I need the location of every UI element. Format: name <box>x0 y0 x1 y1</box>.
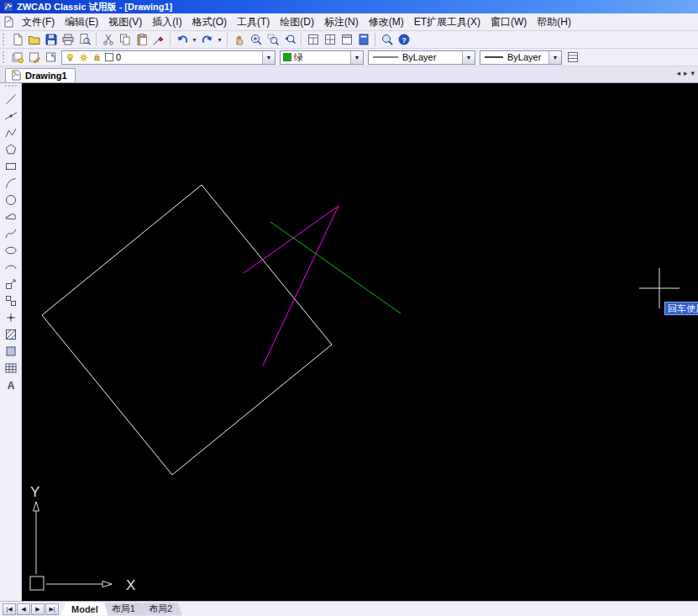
tab-scroll-right-icon[interactable]: ▸ <box>684 69 688 77</box>
linetype-combo-arrow[interactable]: ▼ <box>462 51 475 64</box>
table-button[interactable] <box>2 360 20 376</box>
hatch-button[interactable] <box>2 326 20 343</box>
prev-tab-button[interactable]: ◀ <box>17 603 30 615</box>
mtext-button[interactable]: A <box>2 376 20 393</box>
view-manager-button[interactable] <box>305 32 321 47</box>
zoom-magnifier-button[interactable] <box>379 32 395 47</box>
revision-cloud-button[interactable] <box>2 208 20 225</box>
ellipse-button[interactable] <box>2 242 20 259</box>
undo-button[interactable] <box>174 32 190 47</box>
quick-select-button[interactable] <box>564 50 580 65</box>
tab-menu-icon[interactable]: ▾ <box>690 69 695 77</box>
circle-button[interactable] <box>2 192 20 208</box>
insert-block-button[interactable] <box>2 276 20 292</box>
match-properties-icon <box>152 33 165 46</box>
layer-properties-button[interactable] <box>9 50 25 65</box>
circle-icon <box>4 193 18 207</box>
viewports-button[interactable] <box>322 32 338 47</box>
toolbar-separator <box>96 33 97 46</box>
properties-palette-button[interactable] <box>355 32 371 47</box>
undo-dropdown[interactable]: ▾ <box>191 36 198 44</box>
paste-button[interactable] <box>134 32 150 47</box>
make-block-button[interactable] <box>2 292 20 309</box>
spline-button[interactable] <box>2 225 20 242</box>
layer-previous-button[interactable] <box>43 50 59 65</box>
copy-button[interactable] <box>117 32 133 47</box>
polygon-icon <box>4 143 18 156</box>
drawing-canvas[interactable]: Y X 回车使用 <box>22 83 698 601</box>
menu-edit[interactable]: 编辑(E) <box>60 13 103 31</box>
layer-color-swatch[interactable] <box>105 53 113 61</box>
linetype-combo[interactable]: ByLayer ▼ <box>368 50 475 65</box>
cut-icon <box>102 33 115 46</box>
line-button[interactable] <box>2 91 20 108</box>
menu-et-tools[interactable]: ET扩展工具(X) <box>409 13 485 31</box>
sheet-view-icon <box>340 33 354 46</box>
redo-dropdown[interactable]: ▾ <box>216 36 223 44</box>
linetype-combo-value: ByLayer <box>369 52 462 62</box>
toolbar-grip[interactable] <box>5 85 17 88</box>
toolbar-separator <box>375 33 375 46</box>
lineweight-combo[interactable]: ByLayer ▼ <box>480 50 562 65</box>
menu-format[interactable]: 格式(O) <box>187 13 232 31</box>
print-preview-button[interactable] <box>76 32 92 47</box>
match-properties-button[interactable] <box>150 32 166 47</box>
arc-button[interactable] <box>2 175 20 192</box>
layer-combo-arrow[interactable]: ▼ <box>262 51 275 64</box>
color-combo-value: 绿 <box>281 51 350 64</box>
layer-states-button[interactable] <box>26 50 42 65</box>
layout-tabs: Model布局1布局2 <box>65 603 179 616</box>
menu-tools[interactable]: 工具(T) <box>232 13 275 31</box>
layout-tab-model[interactable]: Model <box>61 603 108 616</box>
zoom-window-icon <box>266 33 280 46</box>
menu-window[interactable]: 窗口(W) <box>485 13 532 31</box>
zoom-realtime-button[interactable] <box>248 32 264 47</box>
document-tab-drawing1[interactable]: Drawing1 <box>5 68 76 82</box>
help-button[interactable]: ? <box>396 32 412 47</box>
polygon-button[interactable] <box>2 141 20 158</box>
menu-draw[interactable]: 绘图(D) <box>275 13 319 31</box>
cut-button[interactable] <box>100 32 116 47</box>
menu-insert[interactable]: 插入(I) <box>147 13 186 31</box>
mtext-icon: A <box>4 378 18 392</box>
next-tab-button[interactable]: ▶ <box>31 603 45 615</box>
layer-combo[interactable]: 0 ▼ <box>61 50 276 65</box>
rectangle-button[interactable] <box>2 158 20 175</box>
layout-tab-layout1[interactable]: 布局1 <box>102 603 145 616</box>
last-tab-button[interactable]: ▶| <box>45 603 59 615</box>
layer-freeze-sun-icon[interactable] <box>78 52 89 63</box>
toolbar-grip[interactable] <box>3 51 6 63</box>
sheet-view-button[interactable] <box>339 32 354 47</box>
toolbar-grip[interactable] <box>3 34 6 45</box>
menu-file[interactable]: 文件(F) <box>17 13 60 31</box>
menu-view[interactable]: 视图(V) <box>103 13 147 31</box>
print-button[interactable] <box>60 32 76 47</box>
menu-dimension[interactable]: 标注(N) <box>319 13 364 31</box>
construction-line-button[interactable] <box>2 108 20 124</box>
first-tab-icon: |◀ <box>6 606 12 613</box>
color-swatch <box>283 53 291 61</box>
first-tab-button[interactable]: |◀ <box>3 603 16 615</box>
layer-on-bulb-icon[interactable] <box>65 52 76 63</box>
open-file-button[interactable] <box>26 32 42 47</box>
ellipse-arc-button[interactable] <box>2 259 20 276</box>
region-button[interactable] <box>2 343 20 360</box>
pan-button[interactable] <box>231 32 247 47</box>
save-file-button[interactable] <box>43 32 59 47</box>
lineweight-combo-arrow[interactable]: ▼ <box>548 51 561 64</box>
tab-scroll-left-icon[interactable]: ◂ <box>676 69 680 77</box>
document-icon[interactable] <box>3 16 14 28</box>
new-file-button[interactable] <box>9 32 25 47</box>
color-combo-arrow[interactable]: ▼ <box>350 51 363 64</box>
color-combo[interactable]: 绿 ▼ <box>280 50 364 65</box>
standard-toolbar: ▾ ▾ ? <box>0 31 698 49</box>
redo-button[interactable] <box>199 32 215 47</box>
menu-help[interactable]: 帮助(H) <box>532 13 576 31</box>
layer-lock-icon[interactable] <box>92 52 102 63</box>
point-button[interactable] <box>2 309 20 326</box>
zoom-window-button[interactable] <box>265 32 281 47</box>
zoom-previous-button[interactable] <box>281 32 297 47</box>
menu-modify[interactable]: 修改(M) <box>364 13 409 31</box>
layout-tab-layout2[interactable]: 布局2 <box>139 603 182 616</box>
polyline-button[interactable] <box>2 124 20 141</box>
